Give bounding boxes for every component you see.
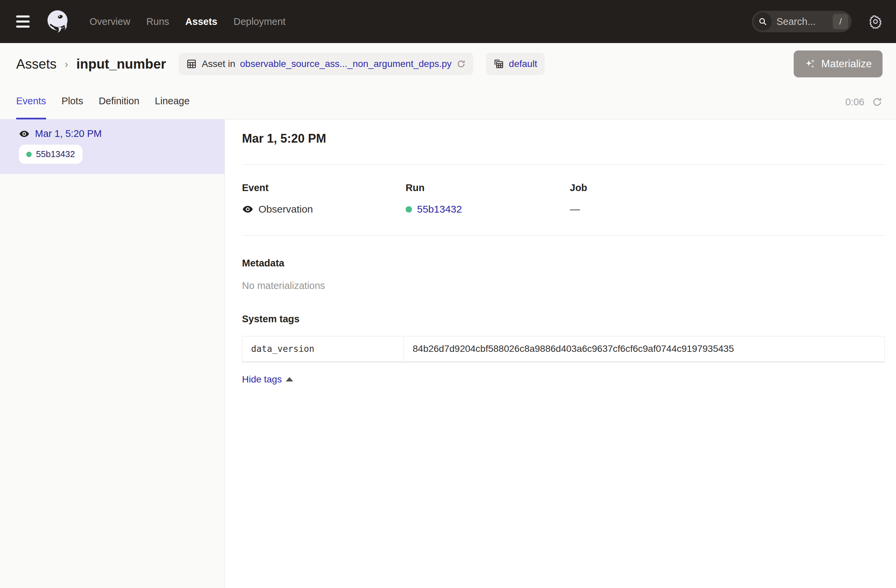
hide-tags-toggle[interactable]: Hide tags: [242, 374, 293, 385]
run-success-dot: [405, 206, 412, 213]
tab-definition[interactable]: Definition: [99, 85, 139, 119]
job-column-label: Job: [570, 182, 885, 193]
primary-nav: Overview Runs Assets Deployment: [90, 16, 285, 27]
breadcrumb-separator: ›: [65, 58, 68, 70]
tab-lineage[interactable]: Lineage: [155, 85, 189, 119]
hamburger-menu-icon[interactable]: [16, 15, 31, 27]
asset-source-file-link[interactable]: observable_source_ass..._non_argument_de…: [240, 59, 452, 69]
system-tags-heading: System tags: [242, 313, 885, 325]
search-input[interactable]: [777, 16, 828, 27]
divider: [242, 235, 885, 236]
search-shortcut-key: /: [833, 14, 848, 29]
search-box[interactable]: /: [752, 11, 852, 32]
nav-item-deployment[interactable]: Deployment: [233, 16, 286, 27]
event-type-value: Observation: [259, 204, 313, 215]
asset-tabs-row: Events Plots Definition Lineage 0:06: [0, 85, 896, 119]
sparkles-icon: [805, 58, 816, 70]
dagster-logo-icon[interactable]: [45, 9, 71, 34]
top-nav: Overview Runs Assets Deployment /: [0, 0, 896, 43]
refresh-timer: 0:06: [846, 97, 864, 108]
event-detail-panel: Mar 1, 5:20 PM Event Observation: [225, 119, 896, 588]
job-empty-value: —: [570, 204, 580, 215]
event-detail-title: Mar 1, 5:20 PM: [242, 132, 885, 146]
nav-item-overview[interactable]: Overview: [90, 16, 130, 27]
page-title: input_number: [76, 56, 166, 71]
divider: [242, 164, 885, 165]
run-success-dot: [26, 152, 32, 157]
run-column-label: Run: [405, 182, 570, 193]
observation-eye-icon: [242, 204, 253, 215]
table-row: data_version 84b26d7d9204cbf588026c8a988…: [242, 336, 885, 362]
event-column-label: Event: [242, 182, 405, 193]
run-id-badge[interactable]: 55b13432: [19, 144, 82, 164]
asset-definition-badge: Asset in observable_source_ass..._non_ar…: [179, 53, 473, 75]
reload-definition-icon[interactable]: [456, 59, 466, 68]
asset-group-badge[interactable]: default: [486, 53, 545, 75]
metadata-empty-text: No materializations: [242, 280, 885, 291]
materialize-label: Materialize: [821, 58, 872, 70]
tab-plots[interactable]: Plots: [62, 85, 83, 119]
hide-tags-label: Hide tags: [242, 374, 282, 385]
breadcrumb-assets-link[interactable]: Assets: [16, 56, 56, 71]
tab-events[interactable]: Events: [16, 85, 46, 119]
page-header: Assets › input_number Asset in observabl…: [0, 43, 896, 85]
events-sidebar: Mar 1, 5:20 PM 55b13432: [0, 119, 225, 588]
refresh-icon[interactable]: [872, 97, 882, 107]
materialize-button[interactable]: Materialize: [794, 50, 882, 77]
group-default-link[interactable]: default: [509, 59, 537, 69]
nav-item-assets[interactable]: Assets: [186, 16, 218, 27]
asset-in-label: Asset in: [202, 59, 235, 69]
asset-group-icon: [494, 59, 504, 69]
table-grid-icon: [186, 59, 197, 69]
chevron-up-icon: [286, 377, 293, 381]
run-id-link[interactable]: 55b13432: [417, 204, 462, 215]
event-timestamp-link[interactable]: Mar 1, 5:20 PM: [35, 128, 102, 139]
run-id-text: 55b13432: [36, 149, 75, 160]
tag-key-cell: data_version: [242, 336, 404, 362]
system-tags-table: data_version 84b26d7d9204cbf588026c8a988…: [242, 336, 885, 363]
event-list-item[interactable]: Mar 1, 5:20 PM 55b13432: [0, 119, 224, 174]
tag-value-cell: 84b26d7d9204cbf588026c8a9886d403a6c9637c…: [404, 336, 885, 362]
search-icon: [754, 12, 772, 30]
settings-gear-icon[interactable]: [869, 14, 882, 29]
observation-eye-icon: [19, 129, 30, 139]
nav-item-runs[interactable]: Runs: [146, 16, 169, 27]
metadata-heading: Metadata: [242, 258, 885, 269]
